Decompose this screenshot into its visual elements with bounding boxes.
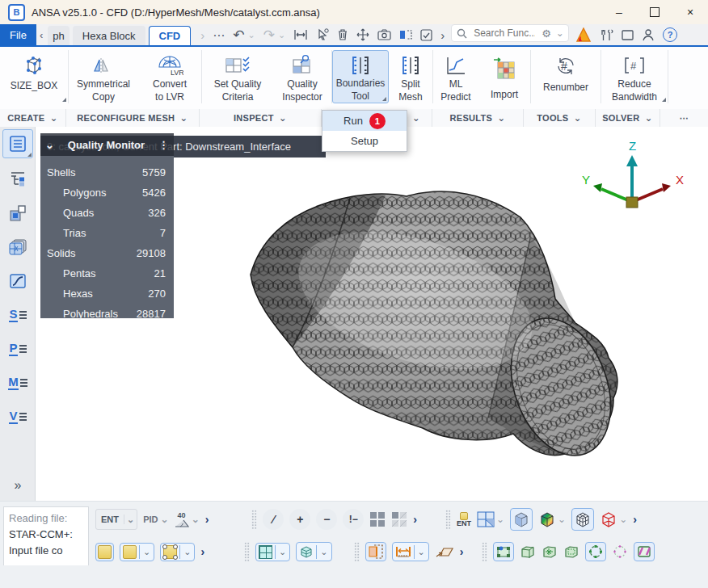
morph-plus-points-button[interactable] [612, 544, 628, 559]
split-mesh-button[interactable]: Split Mesh [389, 50, 432, 103]
size-box-button[interactable]: SIZE_BOX [0, 50, 68, 103]
group-create[interactable]: CREATE⌄ [0, 109, 66, 127]
sidebar-item-sets[interactable]: S [0, 298, 36, 332]
feature-angle-dropdown[interactable]: 40 ⌄ [175, 512, 200, 527]
task-check-icon[interactable] [420, 29, 432, 41]
measure-split-button[interactable]: ⌄ [392, 542, 429, 561]
quality-inspector-button[interactable]: Quality Inspector [273, 50, 331, 103]
collapse-chevron-icon[interactable]: ⌄ [45, 139, 54, 151]
group-reconfigure-mesh[interactable]: RECONFIGURE MESH⌄ [66, 109, 200, 127]
sidebar-item-parts[interactable] [0, 196, 36, 230]
menu-item-run[interactable]: Run 1 [322, 111, 407, 131]
tab-cfd[interactable]: CFD [149, 26, 192, 45]
toolbar-drag-handle[interactable] [445, 510, 451, 529]
working-plane-button[interactable] [435, 545, 454, 558]
toolbar-drag-handle[interactable] [354, 542, 360, 561]
group-tools[interactable]: TOOLS⌄ [524, 109, 596, 127]
volume-mesh-split-button[interactable]: ⌄ [296, 542, 331, 561]
morph-box-toggle-button[interactable] [493, 542, 514, 561]
undo-menu-chevron[interactable]: ⌄ [247, 31, 255, 40]
group-overflow[interactable]: ⋯ [660, 109, 708, 127]
boundaries-tool-button[interactable]: Boundaries Tool [332, 50, 389, 103]
ml-predict-button[interactable]: ML Predict [433, 50, 478, 103]
delete-icon[interactable] [337, 28, 348, 41]
search-input[interactable] [472, 27, 537, 40]
convert-to-lvr-button[interactable]: LVR Convert to LVR [138, 50, 201, 103]
face-mode-button[interactable] [95, 543, 114, 561]
draw-line-button[interactable]: ⁄ [263, 509, 284, 530]
box-inner-button[interactable] [563, 544, 579, 559]
screenshot-camera-icon[interactable] [377, 29, 391, 40]
group-results[interactable]: RESULTS⌄ [432, 109, 524, 127]
message-log[interactable]: Reading file: STAR-CCM+: Input file co [3, 506, 89, 574]
transform-move-icon[interactable] [356, 28, 369, 41]
tab-hexa-block[interactable]: Hexa Block [73, 26, 145, 45]
kebab-menu-icon[interactable]: ⋮ [158, 139, 169, 151]
quality-monitor-panel[interactable]: ⌄ Quality Monitor ⋮ Shells5759 Polygons5… [40, 133, 174, 325]
redo-menu-chevron[interactable]: ⌄ [278, 31, 285, 40]
sidebar-expand-button[interactable]: » [0, 478, 36, 493]
window-layout-icon[interactable] [622, 30, 634, 40]
remove-button[interactable]: − [316, 509, 337, 530]
sidebar-item-properties[interactable]: P [0, 332, 36, 366]
sidebar-item-list[interactable] [2, 129, 33, 158]
pid-colors-button[interactable]: ⌄ [477, 511, 504, 527]
sidebar-item-materials[interactable]: M [0, 366, 36, 400]
sidebar-item-model-browser[interactable] [0, 162, 36, 196]
shaded-view-button[interactable] [510, 508, 533, 531]
toolbar-drag-handle[interactable] [482, 542, 487, 561]
entity-mode-dropdown[interactable]: ENT⌄ [95, 509, 137, 530]
measure-icon[interactable] [293, 29, 308, 40]
viewport-3d[interactable]: Z Y X 0: catalyst.ccm, Current Part: Dow… [36, 127, 708, 501]
user-account-icon[interactable] [642, 28, 655, 41]
selection-more-chevron[interactable]: › [205, 513, 209, 526]
view-more-chevron[interactable]: › [633, 513, 637, 526]
toolbar-more-chevron[interactable]: › [440, 29, 445, 41]
help-icon[interactable]: ? [663, 27, 677, 42]
tab-partial[interactable]: ph [48, 26, 69, 45]
group-solver[interactable]: SOLVER⌄ [596, 109, 660, 127]
remove-not-button[interactable]: !− [343, 509, 364, 530]
search-settings-gear-icon[interactable]: ⚙ [542, 27, 551, 40]
close-button[interactable]: × [672, 0, 708, 24]
tools-more-chevron[interactable]: › [460, 545, 464, 558]
sidebar-item-layers[interactable] [0, 230, 36, 264]
bounded-surface-split-button[interactable]: ⌄ [160, 543, 195, 561]
box-points-button[interactable] [542, 544, 558, 559]
sidebar-item-curves[interactable] [0, 264, 36, 298]
beta-flame-logo-icon[interactable] [575, 27, 592, 42]
grid-all-button[interactable] [369, 511, 386, 527]
visibility-more-chevron[interactable]: › [413, 513, 417, 526]
search-box[interactable]: ⚙ ⌄ [451, 24, 569, 42]
reduce-bandwidth-button[interactable]: # Reduce Bandwidth [601, 50, 668, 103]
maximize-button[interactable] [637, 0, 672, 24]
redo-button[interactable]: ↷ [263, 28, 275, 42]
set-quality-criteria-button[interactable]: Set Quality Criteria [202, 50, 273, 103]
minimize-button[interactable]: – [601, 0, 637, 24]
morph-points-button[interactable] [585, 542, 606, 561]
grid-partial-button[interactable] [391, 511, 407, 527]
import-button[interactable]: Import [478, 50, 530, 103]
tab-overflow-button[interactable]: ⋯ [213, 29, 225, 41]
menu-item-setup[interactable]: Setup [322, 131, 407, 151]
search-chevron[interactable]: ⌄ [556, 27, 564, 39]
display-mode-icon[interactable] [399, 29, 412, 40]
wireframe-view-button[interactable]: ⌄ [600, 510, 627, 528]
surface-mode-split-button[interactable]: ⌄ [120, 543, 154, 561]
group-inspect[interactable]: INSPECT⌄ [200, 109, 322, 127]
pid-mode-dropdown[interactable]: PID⌄ [143, 514, 168, 525]
shell-mesh-split-button[interactable]: ⌄ [255, 543, 290, 561]
toolbar-drag-handle[interactable] [251, 510, 257, 529]
quality-monitor-header[interactable]: ⌄ Quality Monitor ⋮ [40, 133, 174, 156]
box-solid-button[interactable] [520, 544, 536, 559]
tab-scroll-right-button[interactable]: › [200, 29, 204, 41]
renumber-button[interactable]: # Renumber [531, 50, 601, 103]
clip-section-button[interactable] [365, 542, 386, 561]
results-view-button[interactable]: ⌄ [538, 510, 566, 528]
morph-edges-button[interactable] [634, 542, 655, 561]
mesh-view-button[interactable] [571, 508, 594, 531]
settings-tools-icon[interactable] [600, 28, 613, 42]
symmetrical-copy-button[interactable]: Symmetrical Copy [69, 50, 138, 103]
tab-scroll-left-button[interactable]: ‹ [36, 24, 46, 45]
file-menu-button[interactable]: File [0, 24, 36, 45]
